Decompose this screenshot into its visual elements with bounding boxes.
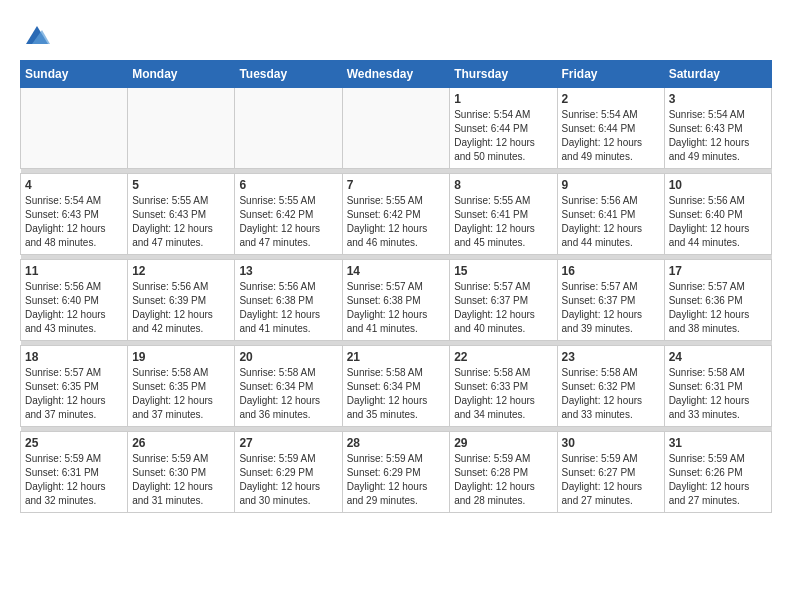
- day-number: 11: [25, 264, 123, 278]
- day-info: Sunrise: 5:59 AMSunset: 6:28 PMDaylight:…: [454, 452, 552, 508]
- day-info: Sunrise: 5:55 AMSunset: 6:43 PMDaylight:…: [132, 194, 230, 250]
- calendar-day-cell: 23Sunrise: 5:58 AMSunset: 6:32 PMDayligh…: [557, 346, 664, 427]
- day-number: 6: [239, 178, 337, 192]
- calendar-day-header: Sunday: [21, 61, 128, 88]
- day-info: Sunrise: 5:59 AMSunset: 6:31 PMDaylight:…: [25, 452, 123, 508]
- day-info: Sunrise: 5:56 AMSunset: 6:38 PMDaylight:…: [239, 280, 337, 336]
- day-number: 4: [25, 178, 123, 192]
- day-info: Sunrise: 5:57 AMSunset: 6:37 PMDaylight:…: [562, 280, 660, 336]
- calendar-day-cell: 18Sunrise: 5:57 AMSunset: 6:35 PMDayligh…: [21, 346, 128, 427]
- calendar-day-cell: 26Sunrise: 5:59 AMSunset: 6:30 PMDayligh…: [128, 432, 235, 513]
- day-number: 29: [454, 436, 552, 450]
- day-number: 28: [347, 436, 446, 450]
- day-number: 3: [669, 92, 767, 106]
- day-number: 15: [454, 264, 552, 278]
- day-number: 19: [132, 350, 230, 364]
- day-info: Sunrise: 5:59 AMSunset: 6:29 PMDaylight:…: [347, 452, 446, 508]
- calendar-day-cell: 9Sunrise: 5:56 AMSunset: 6:41 PMDaylight…: [557, 174, 664, 255]
- day-info: Sunrise: 5:59 AMSunset: 6:26 PMDaylight:…: [669, 452, 767, 508]
- day-number: 24: [669, 350, 767, 364]
- day-info: Sunrise: 5:56 AMSunset: 6:39 PMDaylight:…: [132, 280, 230, 336]
- calendar-day-cell: 11Sunrise: 5:56 AMSunset: 6:40 PMDayligh…: [21, 260, 128, 341]
- calendar-day-cell: 19Sunrise: 5:58 AMSunset: 6:35 PMDayligh…: [128, 346, 235, 427]
- calendar-day-cell: 25Sunrise: 5:59 AMSunset: 6:31 PMDayligh…: [21, 432, 128, 513]
- calendar-day-cell: 20Sunrise: 5:58 AMSunset: 6:34 PMDayligh…: [235, 346, 342, 427]
- logo: [20, 20, 52, 50]
- calendar-day-cell: 1Sunrise: 5:54 AMSunset: 6:44 PMDaylight…: [450, 88, 557, 169]
- day-info: Sunrise: 5:58 AMSunset: 6:34 PMDaylight:…: [347, 366, 446, 422]
- day-number: 27: [239, 436, 337, 450]
- day-number: 30: [562, 436, 660, 450]
- calendar-day-cell: 17Sunrise: 5:57 AMSunset: 6:36 PMDayligh…: [664, 260, 771, 341]
- calendar-day-cell: 4Sunrise: 5:54 AMSunset: 6:43 PMDaylight…: [21, 174, 128, 255]
- logo-icon: [22, 20, 52, 50]
- day-number: 10: [669, 178, 767, 192]
- day-number: 31: [669, 436, 767, 450]
- day-number: 5: [132, 178, 230, 192]
- day-info: Sunrise: 5:59 AMSunset: 6:27 PMDaylight:…: [562, 452, 660, 508]
- day-number: 17: [669, 264, 767, 278]
- day-info: Sunrise: 5:54 AMSunset: 6:43 PMDaylight:…: [25, 194, 123, 250]
- day-info: Sunrise: 5:59 AMSunset: 6:30 PMDaylight:…: [132, 452, 230, 508]
- day-number: 23: [562, 350, 660, 364]
- calendar-day-cell: 31Sunrise: 5:59 AMSunset: 6:26 PMDayligh…: [664, 432, 771, 513]
- day-number: 12: [132, 264, 230, 278]
- calendar-day-cell: 2Sunrise: 5:54 AMSunset: 6:44 PMDaylight…: [557, 88, 664, 169]
- calendar-day-cell: 21Sunrise: 5:58 AMSunset: 6:34 PMDayligh…: [342, 346, 450, 427]
- day-number: 16: [562, 264, 660, 278]
- day-number: 9: [562, 178, 660, 192]
- day-info: Sunrise: 5:54 AMSunset: 6:44 PMDaylight:…: [454, 108, 552, 164]
- calendar-day-cell: 8Sunrise: 5:55 AMSunset: 6:41 PMDaylight…: [450, 174, 557, 255]
- calendar-day-cell: 22Sunrise: 5:58 AMSunset: 6:33 PMDayligh…: [450, 346, 557, 427]
- day-info: Sunrise: 5:56 AMSunset: 6:41 PMDaylight:…: [562, 194, 660, 250]
- calendar-day-cell: 30Sunrise: 5:59 AMSunset: 6:27 PMDayligh…: [557, 432, 664, 513]
- day-info: Sunrise: 5:57 AMSunset: 6:38 PMDaylight:…: [347, 280, 446, 336]
- day-number: 18: [25, 350, 123, 364]
- calendar-day-cell: 5Sunrise: 5:55 AMSunset: 6:43 PMDaylight…: [128, 174, 235, 255]
- day-info: Sunrise: 5:58 AMSunset: 6:33 PMDaylight:…: [454, 366, 552, 422]
- day-number: 13: [239, 264, 337, 278]
- calendar-day-cell: [128, 88, 235, 169]
- calendar-day-cell: 6Sunrise: 5:55 AMSunset: 6:42 PMDaylight…: [235, 174, 342, 255]
- calendar-day-header: Tuesday: [235, 61, 342, 88]
- calendar-day-header: Thursday: [450, 61, 557, 88]
- day-number: 20: [239, 350, 337, 364]
- calendar-day-header: Monday: [128, 61, 235, 88]
- day-info: Sunrise: 5:57 AMSunset: 6:36 PMDaylight:…: [669, 280, 767, 336]
- calendar-day-cell: 12Sunrise: 5:56 AMSunset: 6:39 PMDayligh…: [128, 260, 235, 341]
- day-number: 8: [454, 178, 552, 192]
- calendar-day-cell: 16Sunrise: 5:57 AMSunset: 6:37 PMDayligh…: [557, 260, 664, 341]
- day-info: Sunrise: 5:56 AMSunset: 6:40 PMDaylight:…: [25, 280, 123, 336]
- day-number: 22: [454, 350, 552, 364]
- day-info: Sunrise: 5:56 AMSunset: 6:40 PMDaylight:…: [669, 194, 767, 250]
- day-info: Sunrise: 5:58 AMSunset: 6:31 PMDaylight:…: [669, 366, 767, 422]
- calendar-week-row: 1Sunrise: 5:54 AMSunset: 6:44 PMDaylight…: [21, 88, 772, 169]
- calendar-day-header: Wednesday: [342, 61, 450, 88]
- calendar-day-cell: 7Sunrise: 5:55 AMSunset: 6:42 PMDaylight…: [342, 174, 450, 255]
- day-info: Sunrise: 5:57 AMSunset: 6:35 PMDaylight:…: [25, 366, 123, 422]
- day-info: Sunrise: 5:58 AMSunset: 6:32 PMDaylight:…: [562, 366, 660, 422]
- calendar-day-cell: 28Sunrise: 5:59 AMSunset: 6:29 PMDayligh…: [342, 432, 450, 513]
- day-info: Sunrise: 5:57 AMSunset: 6:37 PMDaylight:…: [454, 280, 552, 336]
- day-number: 21: [347, 350, 446, 364]
- calendar-day-cell: 27Sunrise: 5:59 AMSunset: 6:29 PMDayligh…: [235, 432, 342, 513]
- day-number: 25: [25, 436, 123, 450]
- calendar-table: SundayMondayTuesdayWednesdayThursdayFrid…: [20, 60, 772, 513]
- day-info: Sunrise: 5:55 AMSunset: 6:42 PMDaylight:…: [347, 194, 446, 250]
- calendar-day-cell: [342, 88, 450, 169]
- calendar-week-row: 4Sunrise: 5:54 AMSunset: 6:43 PMDaylight…: [21, 174, 772, 255]
- day-info: Sunrise: 5:55 AMSunset: 6:42 PMDaylight:…: [239, 194, 337, 250]
- calendar-day-cell: 24Sunrise: 5:58 AMSunset: 6:31 PMDayligh…: [664, 346, 771, 427]
- day-number: 2: [562, 92, 660, 106]
- day-info: Sunrise: 5:55 AMSunset: 6:41 PMDaylight:…: [454, 194, 552, 250]
- day-number: 7: [347, 178, 446, 192]
- calendar-day-header: Saturday: [664, 61, 771, 88]
- calendar-week-row: 25Sunrise: 5:59 AMSunset: 6:31 PMDayligh…: [21, 432, 772, 513]
- calendar-day-cell: [235, 88, 342, 169]
- day-info: Sunrise: 5:54 AMSunset: 6:44 PMDaylight:…: [562, 108, 660, 164]
- calendar-day-cell: 15Sunrise: 5:57 AMSunset: 6:37 PMDayligh…: [450, 260, 557, 341]
- calendar-day-cell: [21, 88, 128, 169]
- calendar-week-row: 11Sunrise: 5:56 AMSunset: 6:40 PMDayligh…: [21, 260, 772, 341]
- calendar-day-header: Friday: [557, 61, 664, 88]
- day-info: Sunrise: 5:58 AMSunset: 6:34 PMDaylight:…: [239, 366, 337, 422]
